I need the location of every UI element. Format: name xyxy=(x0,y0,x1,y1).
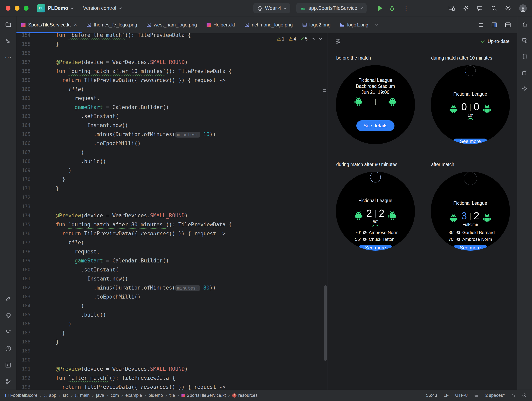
code-line[interactable]: 193 return TilePreviewData({ resources()… xyxy=(16,382,327,389)
code-line[interactable]: 174@Preview(device = WearDevices.SMALL_R… xyxy=(16,211,327,220)
editor-scrollbar[interactable] xyxy=(324,285,327,361)
watch-tile-preview[interactable]: Fictional League2|280'70'Ambrose Norm55'… xyxy=(336,172,415,251)
next-problem-icon[interactable] xyxy=(319,38,322,40)
breadcrumb-item-resources[interactable]: fresources xyxy=(232,393,258,398)
build-tool-icon[interactable] xyxy=(4,295,12,303)
watch-tile-preview[interactable]: Fictional League3|2Full-time85'Garfield … xyxy=(431,172,510,251)
code-line[interactable]: 185 .build() xyxy=(16,310,327,319)
problems-tool-icon[interactable] xyxy=(4,345,12,353)
file-encoding[interactable]: UTF-8 xyxy=(455,393,468,398)
close-tab-icon[interactable]: × xyxy=(74,22,77,28)
code-line[interactable]: 188} xyxy=(16,337,327,346)
run-configuration-selector[interactable]: app.SportsTileService xyxy=(296,3,367,13)
zoom-window-button[interactable] xyxy=(24,6,29,11)
more-tools-icon[interactable]: ⋯ xyxy=(4,53,12,61)
code-line[interactable]: 169 ) xyxy=(16,166,327,175)
code-line[interactable]: 192fun `after match`(): TilePreviewData … xyxy=(16,373,327,382)
breadcrumb-item-main[interactable]: main xyxy=(75,393,90,398)
layout-inspector-tool-icon[interactable] xyxy=(521,68,529,77)
user-avatar[interactable] xyxy=(519,4,527,12)
ai-assistant-icon[interactable] xyxy=(462,5,469,12)
breadcrumb-item-java[interactable]: java xyxy=(96,393,104,398)
breadcrumb-item-app[interactable]: app xyxy=(44,393,57,398)
code-line[interactable]: 160 tile( xyxy=(16,85,327,94)
code-line[interactable]: 184 ) xyxy=(16,301,327,310)
code-line[interactable]: 186 ) xyxy=(16,319,327,328)
tab-west_ham_logo.png[interactable]: west_ham_logo.png xyxy=(142,16,202,33)
search-icon[interactable] xyxy=(491,5,497,12)
code-line[interactable]: 157@Preview(device = WearDevices.SMALL_R… xyxy=(16,58,327,67)
device-mirroring-icon[interactable] xyxy=(449,5,455,12)
code-line[interactable]: 180 .setInstant( xyxy=(16,265,327,274)
code-line[interactable]: 178 request, xyxy=(16,247,327,256)
code-line[interactable]: 167 ) xyxy=(16,148,327,157)
notifications-icon[interactable] xyxy=(521,20,529,28)
terminal-tool-icon[interactable] xyxy=(4,361,12,369)
caret-position[interactable]: 56:43 xyxy=(426,393,437,398)
code-line[interactable]: 189 xyxy=(16,346,327,355)
breadcrumb-item-com[interactable]: com xyxy=(111,393,119,398)
code-line[interactable]: 161 request, xyxy=(16,94,327,103)
tab-logo2.png[interactable]: logo2.png xyxy=(298,16,335,33)
close-window-button[interactable] xyxy=(6,6,10,11)
code-with-me-icon[interactable] xyxy=(477,5,483,12)
device-manager-tool-icon[interactable] xyxy=(521,53,529,61)
tab-logo1.png[interactable]: logo1.png xyxy=(335,16,373,33)
indent-icon[interactable] xyxy=(474,393,479,398)
code-line[interactable]: 175fun `during match after 80 minutes`()… xyxy=(16,220,327,229)
passed-count[interactable]: ✔5 xyxy=(300,36,308,42)
breadcrumb-item-pldemo[interactable]: pldemo xyxy=(149,393,163,398)
logcat-tool-icon[interactable] xyxy=(4,328,12,336)
breadcrumb-item-example[interactable]: example xyxy=(125,393,142,398)
line-separator[interactable]: LF xyxy=(443,393,449,398)
pull-requests-tool-icon[interactable] xyxy=(4,37,12,45)
code-line[interactable]: 176 return TilePreviewData({ resources()… xyxy=(16,229,327,238)
code-line[interactable]: 172 xyxy=(16,193,327,202)
grid-view-icon[interactable] xyxy=(335,38,341,44)
code-line[interactable]: 165 .minus(Duration.ofMinutes(minutes: 1… xyxy=(16,130,327,139)
code-line[interactable]: 182 .minus(Duration.ofMinutes(minutes: 8… xyxy=(16,283,327,292)
warning-count[interactable]: ⚠4 xyxy=(288,36,296,42)
code-line[interactable]: 164 Instant.now() xyxy=(16,121,327,130)
project-widget[interactable]: PL PLDemo xyxy=(37,4,74,12)
tab-themes_fc_logo.png[interactable]: themes_fc_logo.png xyxy=(82,16,142,33)
code-line[interactable]: 177 tile( xyxy=(16,238,327,247)
code-line[interactable]: 158fun `during match after 10 minutes`()… xyxy=(16,67,327,76)
code-editor[interactable]: 154fun `before the match`(): TilePreview… xyxy=(16,33,327,389)
gemini-tool-icon[interactable] xyxy=(521,85,529,93)
device-selector[interactable]: Wear 4 xyxy=(253,3,290,13)
code-line[interactable]: 183 .toEpochMilli() xyxy=(16,292,327,301)
vcs-widget[interactable]: Version control xyxy=(83,5,122,11)
tab-Helpers.kt[interactable]: Helpers.kt xyxy=(202,16,240,33)
more-actions-button[interactable]: ⋮ xyxy=(403,5,410,12)
tab-richmond_logo.png[interactable]: richmond_logo.png xyxy=(240,16,298,33)
code-line[interactable]: 163 .setInstant( xyxy=(16,112,327,121)
watch-tile-preview[interactable]: Fictional League0|010'See more xyxy=(431,65,510,144)
hidden-tabs-dropdown[interactable] xyxy=(373,16,380,33)
editor-tabs-list-icon[interactable] xyxy=(478,22,484,28)
inspections-status-icon[interactable] xyxy=(522,393,527,398)
code-line[interactable]: 187 } xyxy=(16,328,327,337)
code-line[interactable]: 181 Instant.now() xyxy=(16,274,327,283)
code-line[interactable]: 173 xyxy=(16,202,327,211)
project-tool-icon[interactable] xyxy=(4,20,12,28)
breadcrumb-item-SportsTileService.kt[interactable]: SportsTileService.kt xyxy=(182,393,226,398)
breadcrumb-item-FootballScore[interactable]: FootballScore xyxy=(5,393,38,398)
code-line[interactable]: 179 gameStart = Calendar.Builder() xyxy=(16,256,327,265)
weak-warning-count[interactable]: ⚠1 xyxy=(277,36,284,42)
watch-tile-preview[interactable]: Fictional LeagueBack road StadiumJun 21,… xyxy=(336,65,415,144)
inspections-widget[interactable]: ⚠1 ⚠4 ✔5 xyxy=(277,36,322,42)
debug-button[interactable] xyxy=(389,5,395,12)
code-line[interactable]: 162 gameStart = Calendar.Builder() xyxy=(16,103,327,112)
code-line[interactable]: 170 } xyxy=(16,175,327,184)
code-line[interactable]: 171} xyxy=(16,184,327,193)
code-line[interactable]: 166 .toEpochMilli() xyxy=(16,139,327,148)
tab-SportsTileService.kt[interactable]: SportsTileService.kt× xyxy=(16,16,82,33)
running-devices-tool-icon[interactable] xyxy=(521,37,529,44)
code-line[interactable]: 168 .build() xyxy=(16,157,327,166)
indent-setting[interactable]: 2 spaces* xyxy=(485,393,505,398)
code-line[interactable]: 156 xyxy=(16,49,327,58)
breadcrumb-item-tile[interactable]: tile xyxy=(170,393,175,398)
code-line[interactable]: 190 xyxy=(16,355,327,364)
minimize-window-button[interactable] xyxy=(15,6,19,11)
